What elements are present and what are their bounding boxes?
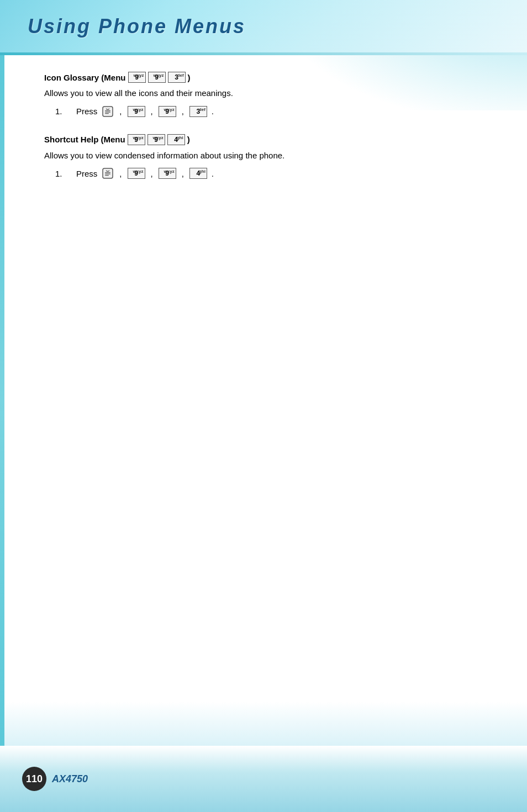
step-key-4ghi-1: 4ghi bbox=[189, 168, 207, 179]
heading-suffix-1: ) bbox=[188, 73, 191, 82]
footer-model: AX4750 bbox=[52, 773, 88, 785]
comma-2a-1: , bbox=[119, 169, 122, 178]
step-key-9wxyz-2b: 9wxyz bbox=[159, 168, 176, 179]
heading-key-9wxyz-4: 9wxyz bbox=[147, 134, 165, 145]
svg-rect-1 bbox=[105, 110, 110, 111]
menu-icon-2a bbox=[102, 167, 114, 179]
footer-badge: 110 bbox=[22, 767, 46, 791]
step-key-9wxyz-1b: 9wxyz bbox=[159, 106, 176, 117]
footer: 110 AX4750 bbox=[0, 746, 527, 812]
page-title-area: Using Phone Menus bbox=[0, 0, 527, 52]
page-title: Using Phone Menus bbox=[28, 15, 246, 38]
step-row-shortcut-help-1: 1. Press , 9wxyz , 9wxyz , bbox=[55, 167, 488, 179]
heading-key-9wxyz-2: 9wxyz bbox=[148, 72, 166, 83]
svg-rect-7 bbox=[105, 175, 109, 176]
comma-2a-2: , bbox=[151, 169, 153, 178]
step-number-2a: 1. bbox=[55, 169, 72, 178]
step-key-9wxyz-2a: 9wxyz bbox=[128, 168, 145, 179]
step-row-icon-glossary-1: 1. Press , 9wxyz , 9wxyz , bbox=[55, 105, 488, 118]
svg-rect-6 bbox=[105, 174, 110, 174]
step-text-1a: Press bbox=[76, 107, 97, 116]
heading-prefix-2: Shortcut Help (Menu bbox=[44, 135, 125, 144]
svg-rect-0 bbox=[103, 107, 113, 116]
section-desc-shortcut-help: Allows you to view condensed information… bbox=[44, 150, 488, 162]
heading-suffix-2: ) bbox=[187, 135, 190, 144]
svg-rect-2 bbox=[105, 112, 110, 112]
comma-1a-1: , bbox=[119, 107, 122, 116]
svg-rect-3 bbox=[105, 113, 109, 114]
section-icon-glossary: Icon Glossary (Menu 9wxyz 9wxyz 3def ) A… bbox=[44, 72, 488, 118]
step-period-1a: . bbox=[212, 107, 214, 116]
comma-1a-3: , bbox=[182, 107, 184, 116]
page-number: 110 bbox=[26, 773, 43, 785]
heading-key-4ghi: 4ghi bbox=[167, 134, 185, 145]
main-content: Icon Glossary (Menu 9wxyz 9wxyz 3def ) A… bbox=[11, 55, 516, 746]
comma-2a-3: , bbox=[182, 169, 184, 178]
heading-prefix-1: Icon Glossary (Menu bbox=[44, 73, 126, 82]
heading-key-9wxyz-1: 9wxyz bbox=[128, 72, 146, 83]
step-text-2a: Press bbox=[76, 169, 97, 178]
heading-key-9wxyz-3: 9wxyz bbox=[128, 134, 145, 145]
section-heading-shortcut-help: Shortcut Help (Menu 9wxyz 9wxyz 4ghi ) bbox=[44, 134, 488, 145]
heading-key-3def: 3def bbox=[168, 72, 186, 83]
left-bar bbox=[0, 55, 4, 746]
section-desc-icon-glossary: Allows you to view all the icons and the… bbox=[44, 87, 488, 100]
step-key-3def-1: 3def bbox=[189, 106, 207, 117]
comma-1a-2: , bbox=[151, 107, 153, 116]
step-number-1a: 1. bbox=[55, 107, 72, 116]
svg-rect-4 bbox=[103, 168, 113, 178]
section-heading-icon-glossary: Icon Glossary (Menu 9wxyz 9wxyz 3def ) bbox=[44, 72, 488, 83]
section-shortcut-help: Shortcut Help (Menu 9wxyz 9wxyz 4ghi ) A… bbox=[44, 134, 488, 180]
svg-rect-5 bbox=[105, 172, 110, 173]
menu-icon-1a bbox=[102, 105, 114, 118]
step-period-2a: . bbox=[212, 169, 214, 178]
step-key-9wxyz-1a: 9wxyz bbox=[128, 106, 145, 117]
